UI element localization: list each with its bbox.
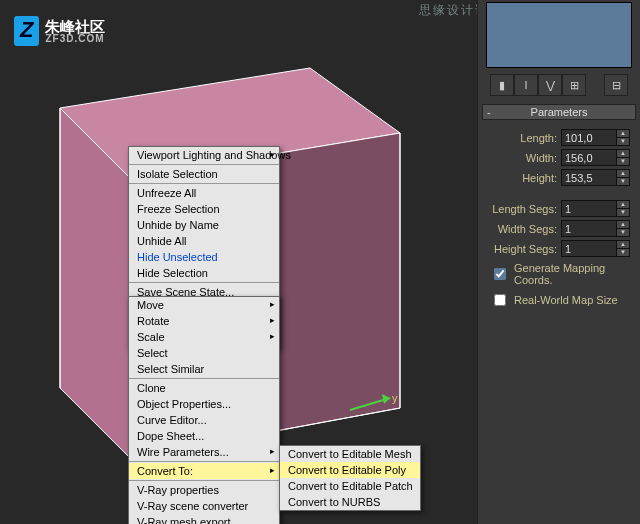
mi-vray-mesh-export[interactable]: V-Ray mesh export [129, 514, 279, 524]
down-icon[interactable]: ▼ [617, 138, 629, 145]
mi-unhide-name[interactable]: Unhide by Name [129, 217, 279, 233]
down-icon[interactable]: ▼ [617, 178, 629, 185]
height-spinner[interactable]: ▲▼ [561, 169, 630, 186]
mi-obj-props[interactable]: Object Properties... [129, 396, 279, 412]
hsegs-spinner[interactable]: ▲▼ [561, 240, 630, 257]
command-panel: ▮ I ⋁ ⊞ ⊟ - Parameters Length: ▲▼ Width:… [477, 0, 640, 524]
submenu-convert-to[interactable]: Convert to Editable Mesh Convert to Edit… [279, 445, 421, 511]
tool-2[interactable]: I [514, 74, 538, 96]
rollout-header[interactable]: - Parameters [482, 104, 636, 120]
down-icon[interactable]: ▼ [617, 158, 629, 165]
mi-viewport-lighting[interactable]: Viewport Lighting and Shadows [129, 147, 279, 163]
mi-hide-selection[interactable]: Hide Selection [129, 265, 279, 281]
context-menu-transform[interactable]: Move Rotate Scale Select Select Similar … [128, 296, 280, 524]
hsegs-input[interactable] [561, 240, 617, 257]
width-label: Width: [526, 152, 557, 164]
length-label: Length: [520, 132, 557, 144]
mi-isolate[interactable]: Isolate Selection [129, 166, 279, 182]
mi-dope-sheet[interactable]: Dope Sheet... [129, 428, 279, 444]
rollout-title: Parameters [531, 106, 588, 118]
width-input[interactable] [561, 149, 617, 166]
mi-conv-patch[interactable]: Convert to Editable Patch [280, 478, 420, 494]
mi-conv-nurbs[interactable]: Convert to NURBS [280, 494, 420, 510]
gen-coords-check[interactable]: Generate Mapping Coords. [490, 262, 628, 286]
hsegs-label: Height Segs: [494, 243, 557, 255]
mi-vray-scene-conv[interactable]: V-Ray scene converter [129, 498, 279, 514]
gen-coords-box[interactable] [494, 268, 506, 280]
up-icon[interactable]: ▲ [617, 221, 629, 229]
collapse-icon: - [487, 106, 491, 118]
up-icon[interactable]: ▲ [617, 130, 629, 138]
mi-scale[interactable]: Scale [129, 329, 279, 345]
wsegs-label: Width Segs: [498, 223, 557, 235]
wsegs-spinner[interactable]: ▲▼ [561, 220, 630, 237]
length-input[interactable] [561, 129, 617, 146]
down-icon[interactable]: ▼ [617, 209, 629, 216]
mi-unhide-all[interactable]: Unhide All [129, 233, 279, 249]
logo: Z 朱峰社区 ZF3D.COM [14, 16, 105, 46]
wsegs-input[interactable] [561, 220, 617, 237]
mi-hide-unselected[interactable]: Hide Unselected [129, 249, 279, 265]
mi-conv-poly[interactable]: Convert to Editable Poly [280, 462, 420, 478]
tool-4[interactable]: ⊞ [562, 74, 586, 96]
up-icon[interactable]: ▲ [617, 150, 629, 158]
up-icon[interactable]: ▲ [617, 201, 629, 209]
up-icon[interactable]: ▲ [617, 170, 629, 178]
mi-unfreeze[interactable]: Unfreeze All [129, 185, 279, 201]
lsegs-spinner[interactable]: ▲▼ [561, 200, 630, 217]
down-icon[interactable]: ▼ [617, 229, 629, 236]
realworld-check[interactable]: Real-World Map Size [490, 291, 628, 309]
panel-toolbar: ▮ I ⋁ ⊞ ⊟ [486, 74, 632, 96]
mi-move[interactable]: Move [129, 297, 279, 313]
realworld-box[interactable] [494, 294, 506, 306]
width-spinner[interactable]: ▲▼ [561, 149, 630, 166]
lsegs-input[interactable] [561, 200, 617, 217]
mi-wire-params[interactable]: Wire Parameters... [129, 444, 279, 460]
mi-vray-props[interactable]: V-Ray properties [129, 482, 279, 498]
tool-3[interactable]: ⋁ [538, 74, 562, 96]
tool-1[interactable]: ▮ [490, 74, 514, 96]
mi-select[interactable]: Select [129, 345, 279, 361]
down-icon[interactable]: ▼ [617, 249, 629, 256]
lsegs-label: Length Segs: [492, 203, 557, 215]
logo-cn: 朱峰社区 [45, 19, 105, 34]
tool-5[interactable]: ⊟ [604, 74, 628, 96]
mi-select-similar[interactable]: Select Similar [129, 361, 279, 377]
height-input[interactable] [561, 169, 617, 186]
mi-conv-mesh[interactable]: Convert to Editable Mesh [280, 446, 420, 462]
material-preview[interactable] [486, 2, 632, 68]
mi-rotate[interactable]: Rotate [129, 313, 279, 329]
length-spinner[interactable]: ▲▼ [561, 129, 630, 146]
mi-curve-editor[interactable]: Curve Editor... [129, 412, 279, 428]
logo-en: ZF3D.COM [45, 34, 105, 44]
height-label: Height: [522, 172, 557, 184]
mi-clone[interactable]: Clone [129, 380, 279, 396]
mi-freeze[interactable]: Freeze Selection [129, 201, 279, 217]
up-icon[interactable]: ▲ [617, 241, 629, 249]
parameters-rollout: - Parameters Length: ▲▼ Width: ▲▼ Height… [482, 104, 636, 324]
logo-mark: Z [14, 16, 39, 46]
mi-convert-to[interactable]: Convert To: [129, 463, 279, 479]
